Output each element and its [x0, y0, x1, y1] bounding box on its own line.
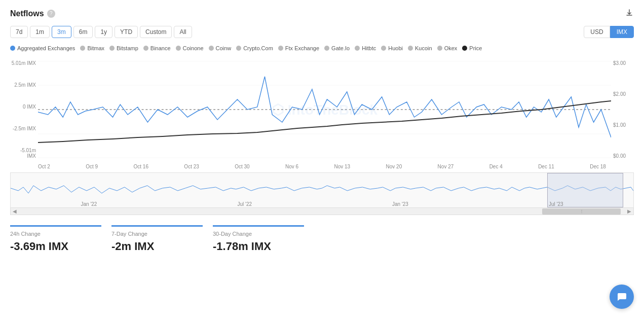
header-left: Netflows ? [10, 9, 55, 18]
legend-label-bitstamp: Bitstamp [117, 45, 138, 51]
legend-dot-okex [437, 46, 442, 51]
legend-dot-aggregated [10, 46, 15, 51]
x-label-oct16: Oct 16 [134, 164, 148, 169]
x-label-oct23: Oct 23 [184, 164, 199, 169]
header: Netflows ? [10, 8, 634, 19]
x-axis-labels: Oct 2 Oct 9 Oct 16 Oct 23 Oct 30 Nov 6 N… [38, 164, 606, 169]
price-line [38, 101, 611, 143]
scrollbar[interactable]: ◀ ▶ ⋮ [10, 208, 634, 215]
x-label-dec4: Dec 4 [489, 164, 503, 169]
x-label-nov27: Nov 27 [438, 164, 454, 169]
y-right-label-2: $2.00 [613, 91, 634, 97]
legend-dot-price [462, 46, 467, 51]
mini-chart-svg [11, 173, 633, 203]
legend-hitbtc[interactable]: Hitbtc [355, 45, 376, 51]
y-label-4: -2.5m IMX [10, 126, 36, 131]
mini-line [11, 186, 633, 193]
legend-dot-cryptocom [236, 46, 241, 51]
y-label-3: 0 IMX [10, 104, 36, 110]
main-chart-area: ⬡ IntoTheBlock [38, 56, 611, 163]
stat-24h: 24h Change -3.69m IMX [10, 225, 101, 253]
legend-label-ftx: Ftx Exchange [285, 45, 319, 51]
controls: 7d 1m 3m 6m 1y YTD Custom All USD IMX [10, 26, 634, 38]
legend-label-hitbtc: Hitbtc [362, 45, 376, 51]
scrollbar-thumb[interactable]: ⋮ [542, 208, 621, 215]
legend-label-huobi: Huobi [388, 45, 403, 51]
legend-dot-binance [143, 46, 148, 51]
time-btn-6m[interactable]: 6m [73, 26, 93, 38]
y-right-label-bottom: $0.00 [613, 153, 634, 159]
legend-aggregated[interactable]: Aggregated Exchanges [10, 45, 75, 51]
download-icon[interactable] [625, 8, 634, 19]
x-label-nov13: Nov 13 [334, 164, 351, 169]
legend-coinw[interactable]: Coinw [209, 45, 232, 51]
time-btn-all[interactable]: All [174, 26, 192, 38]
mini-label-jan23: Jan '23 [392, 201, 408, 207]
chat-button[interactable] [610, 285, 634, 309]
legend-label-bitmax: Bitmax [87, 45, 104, 51]
main-chart-svg [38, 56, 611, 163]
stat-7day: 7-Day Change -2m IMX [111, 225, 203, 253]
currency-btn-imx[interactable]: IMX [610, 26, 634, 38]
currency-btn-usd[interactable]: USD [584, 26, 610, 38]
aggregated-line [38, 77, 611, 137]
legend-dot-bitstamp [109, 46, 115, 51]
stat-24h-value: -3.69m IMX [10, 240, 101, 253]
main-container: Netflows ? 7d 1m 3m 6m 1y YTD Custom All… [0, 0, 644, 319]
legend-bitstamp[interactable]: Bitstamp [109, 45, 138, 51]
legend-label-coinw: Coinw [216, 45, 232, 51]
legend-dot-coinw [209, 46, 214, 51]
y-right-label-3: $1.00 [613, 122, 634, 128]
help-icon[interactable]: ? [47, 10, 55, 18]
page-title: Netflows [10, 9, 44, 18]
legend-gateio[interactable]: Gate.Io [324, 45, 350, 51]
y-right-label-top: $3.00 [613, 60, 634, 66]
time-btn-3m[interactable]: 3m [52, 26, 71, 38]
x-label-nov20: Nov 20 [386, 164, 402, 169]
legend-okex[interactable]: Okex [437, 45, 458, 51]
legend-huobi[interactable]: Huobi [381, 45, 403, 51]
legend-label-kucoin: Kucoin [415, 45, 432, 51]
legend-label-gateio: Gate.Io [331, 45, 350, 51]
legend-binance[interactable]: Binance [143, 45, 171, 51]
stats-section: 24h Change -3.69m IMX 7-Day Change -2m I… [10, 225, 634, 253]
legend-label-aggregated: Aggregated Exchanges [17, 45, 75, 51]
legend-dot-kucoin [408, 46, 413, 51]
mini-chart[interactable]: Jan '22 Jul '22 Jan '23 Jul '23 [10, 172, 634, 208]
legend-dot-bitmax [80, 46, 85, 51]
legend-ftx[interactable]: Ftx Exchange [278, 45, 319, 51]
legend-price[interactable]: Price [462, 45, 482, 51]
time-btn-1y[interactable]: 1y [95, 26, 112, 38]
time-btn-7d[interactable]: 7d [10, 26, 28, 38]
time-btn-ytd[interactable]: YTD [115, 26, 138, 38]
legend-kucoin[interactable]: Kucoin [408, 45, 432, 51]
stat-30day-value: -1.78m IMX [213, 240, 304, 253]
legend-coinone[interactable]: Coinone [176, 45, 204, 51]
stat-30day: 30-Day Change -1.78m IMX [213, 225, 304, 253]
stat-24h-label: 24h Change [10, 231, 101, 237]
x-label-dec11: Dec 11 [538, 164, 554, 169]
legend-label-coinone: Coinone [183, 45, 204, 51]
chart-wrapper: 5.01m IMX 2.5m IMX 0 IMX -2.5m IMX -5.01… [10, 56, 634, 163]
x-label-oct30: Oct 30 [235, 164, 249, 169]
legend-label-binance: Binance [150, 45, 171, 51]
x-label-dec18: Dec 18 [590, 164, 606, 169]
y-axis-left: 5.01m IMX 2.5m IMX 0 IMX -2.5m IMX -5.01… [10, 56, 38, 163]
legend-dot-gateio [324, 46, 329, 51]
legend-dot-ftx [278, 46, 283, 51]
time-btn-custom[interactable]: Custom [140, 26, 172, 38]
mini-label-jul22: Jul '22 [237, 201, 252, 207]
stat-7day-value: -2m IMX [111, 240, 203, 253]
time-btn-1m[interactable]: 1m [30, 26, 50, 38]
y-axis-right: $3.00 $2.00 $1.00 $0.00 [611, 56, 634, 163]
time-button-group: 7d 1m 3m 6m 1y YTD Custom All [10, 26, 192, 38]
legend-cryptocom[interactable]: Crypto.Com [236, 45, 273, 51]
legend-bitmax[interactable]: Bitmax [80, 45, 104, 51]
mini-x-labels: Jan '22 Jul '22 Jan '23 Jul '23 [11, 201, 633, 207]
currency-button-group: USD IMX [584, 26, 634, 38]
chart-legend: Aggregated Exchanges Bitmax Bitstamp Bin… [10, 45, 634, 51]
x-label-oct9: Oct 9 [86, 164, 98, 169]
legend-dot-huobi [381, 46, 386, 51]
y-label-2: 2.5m IMX [10, 82, 36, 88]
legend-label-price: Price [469, 45, 482, 51]
